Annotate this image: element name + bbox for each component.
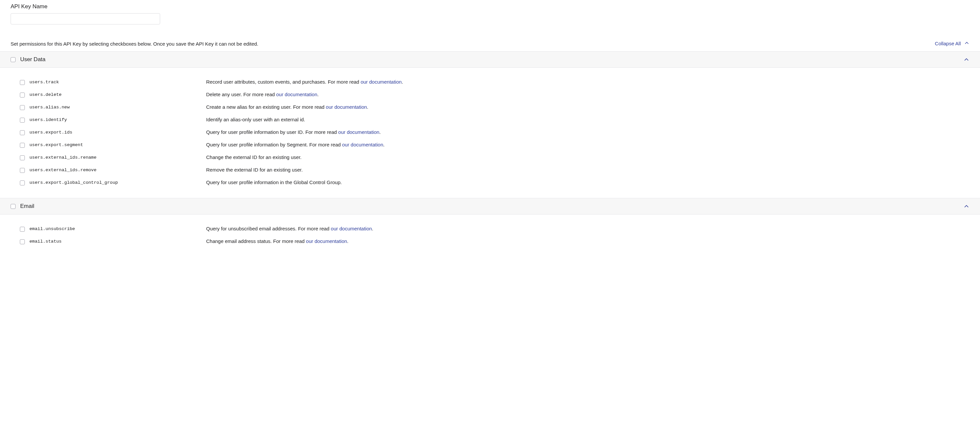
- permission-description: Change email address status. For more re…: [206, 238, 348, 244]
- documentation-link[interactable]: our documentation: [331, 226, 372, 232]
- permission-row: users.external_ids.renameChange the exte…: [20, 154, 980, 160]
- permission-description: Change the external ID for an existing u…: [206, 154, 302, 160]
- permission-row: email.statusChange email address status.…: [20, 238, 980, 244]
- permission-row: users.trackRecord user attributes, custo…: [20, 79, 980, 85]
- permission-row: users.export.idsQuery for user profile i…: [20, 129, 980, 135]
- permission-description-text: .: [367, 104, 368, 110]
- permission-description-text: Query for user profile information by us…: [206, 129, 338, 135]
- permission-description: Query for user profile information by us…: [206, 129, 381, 135]
- chevron-up-icon: [964, 40, 969, 47]
- permissions-instructions: Set permissions for this API Key by sele…: [11, 41, 258, 47]
- permission-description-text: Query for user profile information in th…: [206, 179, 342, 185]
- permission-checkbox[interactable]: [20, 118, 25, 123]
- permission-checkbox[interactable]: [20, 181, 25, 186]
- permission-description: Identify an alias-only user with an exte…: [206, 117, 305, 122]
- permission-checkbox[interactable]: [20, 239, 25, 244]
- permission-description-text: .: [402, 79, 403, 85]
- chevron-up-icon[interactable]: [964, 203, 969, 209]
- permission-description-text: Change the external ID for an existing u…: [206, 154, 302, 160]
- group-title: User Data: [20, 56, 964, 63]
- group-title: Email: [20, 203, 964, 209]
- permission-description: Query for unsubscribed email addresses. …: [206, 226, 373, 232]
- permission-row: email.unsubscribeQuery for unsubscribed …: [20, 226, 980, 232]
- permission-row: users.external_ids.removeRemove the exte…: [20, 167, 980, 173]
- permissions-list: email.unsubscribeQuery for unsubscribed …: [11, 214, 980, 257]
- permission-row: users.export.segmentQuery for user profi…: [20, 142, 980, 148]
- permission-checkbox[interactable]: [20, 130, 25, 135]
- documentation-link[interactable]: our documentation: [326, 104, 367, 110]
- permission-checkbox[interactable]: [20, 143, 25, 148]
- group-checkbox[interactable]: [11, 204, 16, 209]
- documentation-link[interactable]: our documentation: [342, 142, 383, 148]
- permission-description-text: Query for unsubscribed email addresses. …: [206, 226, 331, 232]
- group-header: Email: [0, 198, 980, 214]
- permission-checkbox[interactable]: [20, 168, 25, 173]
- permission-code: users.alias.new: [29, 104, 206, 110]
- permission-row: users.alias.newCreate a new alias for an…: [20, 104, 980, 110]
- permission-description: Create a new alias for an existing user.…: [206, 104, 368, 110]
- api-key-name-label: API Key Name: [11, 3, 980, 10]
- permission-checkbox[interactable]: [20, 155, 25, 160]
- permission-description-text: Remove the external ID for an existing u…: [206, 167, 303, 173]
- permission-description-text: Change email address status. For more re…: [206, 238, 306, 244]
- group-header: User Data: [0, 51, 980, 68]
- permission-code: users.delete: [29, 92, 206, 97]
- permission-description-text: Record user attributes, custom events, a…: [206, 79, 361, 85]
- permission-description-text: .: [372, 226, 373, 232]
- permission-description-text: Identify an alias-only user with an exte…: [206, 117, 305, 122]
- permission-row: users.export.global_control_groupQuery f…: [20, 179, 980, 186]
- permission-checkbox[interactable]: [20, 105, 25, 110]
- documentation-link[interactable]: our documentation: [361, 79, 402, 85]
- permission-description: Remove the external ID for an existing u…: [206, 167, 303, 173]
- permission-row: users.identifyIdentify an alias-only use…: [20, 117, 980, 123]
- permission-description: Query for user profile information by Se…: [206, 142, 385, 148]
- permission-code: users.external_ids.rename: [29, 154, 206, 160]
- permission-code: users.export.ids: [29, 129, 206, 135]
- permission-code: users.export.segment: [29, 142, 206, 148]
- documentation-link[interactable]: our documentation: [338, 129, 379, 135]
- permission-description-text: .: [347, 238, 348, 244]
- collapse-all-button[interactable]: Collapse All: [935, 40, 969, 47]
- permission-code: email.unsubscribe: [29, 226, 206, 232]
- documentation-link[interactable]: our documentation: [276, 92, 317, 97]
- permission-code: users.external_ids.remove: [29, 167, 206, 173]
- permission-description: Delete any user. For more read our docum…: [206, 92, 319, 97]
- permission-description-text: .: [380, 129, 381, 135]
- permission-code: users.export.global_control_group: [29, 179, 206, 185]
- group-checkbox[interactable]: [11, 57, 16, 62]
- permission-row: users.deleteDelete any user. For more re…: [20, 92, 980, 97]
- permission-checkbox[interactable]: [20, 227, 25, 232]
- chevron-up-icon[interactable]: [964, 57, 969, 62]
- permission-description-text: Delete any user. For more read: [206, 92, 276, 97]
- permissions-list: users.trackRecord user attributes, custo…: [11, 68, 980, 198]
- permission-description-text: .: [383, 142, 385, 148]
- permission-code: users.track: [29, 79, 206, 85]
- permission-checkbox[interactable]: [20, 92, 25, 97]
- permission-description-text: Create a new alias for an existing user.…: [206, 104, 326, 110]
- permission-description-text: .: [317, 92, 319, 97]
- collapse-all-label: Collapse All: [935, 41, 961, 46]
- api-key-name-input[interactable]: [11, 13, 160, 24]
- permission-description: Query for user profile information in th…: [206, 179, 342, 185]
- permission-code: users.identify: [29, 117, 206, 122]
- permission-description-text: Query for user profile information by Se…: [206, 142, 342, 148]
- permission-checkbox[interactable]: [20, 80, 25, 85]
- permission-description: Record user attributes, custom events, a…: [206, 79, 403, 85]
- documentation-link[interactable]: our documentation: [306, 238, 347, 244]
- permission-code: email.status: [29, 238, 206, 244]
